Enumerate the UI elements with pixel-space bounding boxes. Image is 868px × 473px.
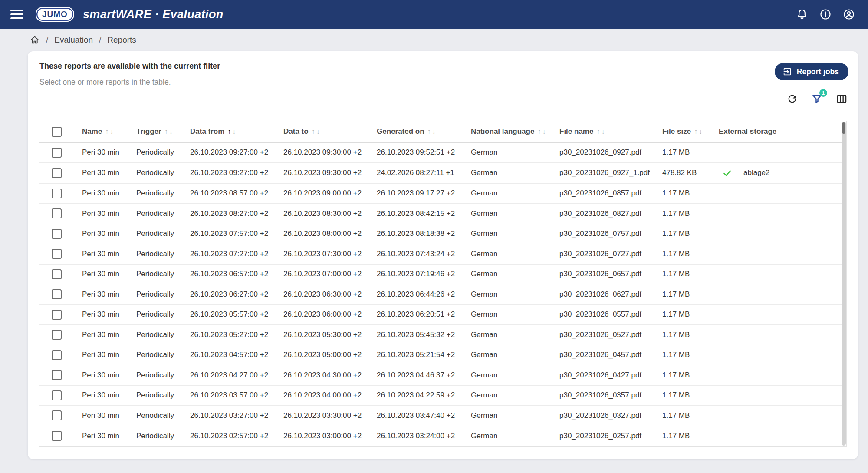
column-header-data_to[interactable]: Data to↑↓ xyxy=(283,121,377,142)
row-checkbox[interactable] xyxy=(52,410,62,420)
cell-name: Peri 30 min xyxy=(82,224,136,244)
row-checkbox[interactable] xyxy=(52,310,62,320)
cell-name: Peri 30 min xyxy=(82,304,136,325)
cell-file_size: 1.17 MB xyxy=(662,142,719,163)
cell-generated_on: 26.10.2023 04:22:59 +2 xyxy=(377,385,471,406)
table-row[interactable]: Peri 30 minPeriodically26.10.2023 07:57:… xyxy=(39,224,843,244)
card-subheading: Select one or more reports in the table. xyxy=(39,78,171,87)
row-checkbox[interactable] xyxy=(52,168,62,178)
cell-name: Peri 30 min xyxy=(82,264,136,284)
cell-external_storage xyxy=(719,244,843,265)
table-row[interactable]: Peri 30 minPeriodically26.10.2023 02:57:… xyxy=(39,426,843,446)
cell-data_to: 26.10.2023 09:00:00 +2 xyxy=(283,183,377,204)
cell-trigger: Periodically xyxy=(136,426,190,446)
column-label: Trigger xyxy=(136,127,161,136)
cell-file_name: p30_20231026_0357.pdf xyxy=(559,385,662,406)
filter-button[interactable]: 1 xyxy=(811,93,823,105)
report-jobs-button[interactable]: Report jobs xyxy=(775,63,848,80)
cell-data_from: 26.10.2023 08:57:00 +2 xyxy=(190,183,283,204)
breadcrumb-evaluation[interactable]: Evaluation xyxy=(54,35,93,45)
cell-trigger: Periodically xyxy=(136,244,190,265)
table-row[interactable]: Peri 30 minPeriodically26.10.2023 04:57:… xyxy=(39,345,843,365)
column-label: External storage xyxy=(719,127,776,136)
cell-language: German xyxy=(471,142,559,163)
cell-external_storage xyxy=(719,325,843,345)
column-header-trigger[interactable]: Trigger↑↓ xyxy=(136,121,190,142)
notifications-bell-icon[interactable] xyxy=(796,8,808,20)
cell-name: Peri 30 min xyxy=(82,142,136,163)
cell-data_from: 26.10.2023 02:57:00 +2 xyxy=(190,426,283,446)
sort-arrows-icon: ↑↓ xyxy=(312,128,321,135)
cell-external_storage xyxy=(719,224,843,244)
table-row[interactable]: Peri 30 minPeriodically26.10.2023 08:57:… xyxy=(39,183,843,204)
row-checkbox[interactable] xyxy=(52,330,62,340)
cell-data_from: 26.10.2023 04:27:00 +2 xyxy=(190,365,283,386)
cell-file_name: p30_20231026_0457.pdf xyxy=(559,345,662,365)
row-checkbox[interactable] xyxy=(52,189,62,198)
cell-language: German xyxy=(471,224,559,244)
cell-file_name: p30_20231026_0927_1.pdf xyxy=(559,163,662,184)
column-header-generated_on[interactable]: Generated on↑↓ xyxy=(377,121,471,142)
table-row[interactable]: Peri 30 minPeriodically26.10.2023 04:27:… xyxy=(39,365,843,386)
column-header-file_name[interactable]: File name↑↓ xyxy=(559,121,662,142)
cell-trigger: Periodically xyxy=(136,304,190,325)
column-header-external_storage: External storage xyxy=(719,121,843,142)
columns-button[interactable] xyxy=(836,93,848,105)
table-row[interactable]: Peri 30 minPeriodically26.10.2023 05:57:… xyxy=(39,304,843,325)
refresh-button[interactable] xyxy=(786,93,798,105)
table-row[interactable]: Peri 30 minPeriodically26.10.2023 03:27:… xyxy=(39,406,843,426)
app-title: smartWARE · Evaluation xyxy=(83,8,224,21)
cell-data_from: 26.10.2023 04:57:00 +2 xyxy=(190,345,283,365)
row-checkbox[interactable] xyxy=(52,350,62,360)
cell-name: Peri 30 min xyxy=(82,204,136,224)
table-row[interactable]: Peri 30 minPeriodically26.10.2023 07:27:… xyxy=(39,244,843,265)
table-row[interactable]: Peri 30 minPeriodically26.10.2023 08:27:… xyxy=(39,204,843,224)
table-scrollbar[interactable] xyxy=(842,122,846,446)
cell-data_from: 26.10.2023 05:57:00 +2 xyxy=(190,304,283,325)
cell-external_storage xyxy=(719,204,843,224)
row-checkbox[interactable] xyxy=(52,269,62,279)
row-checkbox[interactable] xyxy=(52,148,62,158)
reports-table: Name↑↓Trigger↑↓Data from↑↓Data to↑↓Gener… xyxy=(39,121,847,447)
table-row[interactable]: Peri 30 minPeriodically26.10.2023 09:27:… xyxy=(39,142,843,163)
cell-select xyxy=(39,224,82,244)
home-icon[interactable] xyxy=(30,35,40,45)
column-header-data_from[interactable]: Data from↑↓ xyxy=(190,121,283,142)
cell-generated_on: 26.10.2023 05:45:32 +2 xyxy=(377,325,471,345)
column-header-file_size[interactable]: File size↑↓ xyxy=(662,121,719,142)
account-icon[interactable] xyxy=(843,8,855,20)
table-header-row: Name↑↓Trigger↑↓Data from↑↓Data to↑↓Gener… xyxy=(39,121,843,142)
row-checkbox[interactable] xyxy=(52,249,62,259)
table-row[interactable]: Peri 30 minPeriodically26.10.2023 06:27:… xyxy=(39,284,843,305)
cell-file_name: p30_20231026_0327.pdf xyxy=(559,406,662,426)
cell-external_storage xyxy=(719,183,843,204)
report-jobs-label: Report jobs xyxy=(797,67,839,76)
cell-data_to: 26.10.2023 09:30:00 +2 xyxy=(283,142,377,163)
row-checkbox[interactable] xyxy=(52,229,62,239)
table-row[interactable]: Peri 30 minPeriodically26.10.2023 09:27:… xyxy=(39,163,843,184)
table-row[interactable]: Peri 30 minPeriodically26.10.2023 03:57:… xyxy=(39,385,843,406)
cell-generated_on: 26.10.2023 09:17:27 +2 xyxy=(377,183,471,204)
scrollbar-thumb[interactable] xyxy=(842,122,845,134)
table-row[interactable]: Peri 30 minPeriodically26.10.2023 05:27:… xyxy=(39,325,843,345)
row-checkbox[interactable] xyxy=(52,208,62,218)
cell-select xyxy=(39,204,82,224)
menu-icon[interactable] xyxy=(10,10,23,19)
cell-generated_on: 26.10.2023 05:21:54 +2 xyxy=(377,345,471,365)
select-all-checkbox[interactable] xyxy=(52,127,62,137)
cell-name: Peri 30 min xyxy=(82,385,136,406)
cell-trigger: Periodically xyxy=(136,183,190,204)
row-checkbox[interactable] xyxy=(52,390,62,400)
jumo-logo[interactable]: JUMO xyxy=(36,7,74,22)
cell-trigger: Periodically xyxy=(136,204,190,224)
column-header-name[interactable]: Name↑↓ xyxy=(82,121,136,142)
cell-data_from: 26.10.2023 08:27:00 +2 xyxy=(190,204,283,224)
info-icon[interactable] xyxy=(819,8,832,20)
cell-file_size: 1.17 MB xyxy=(662,406,719,426)
row-checkbox[interactable] xyxy=(52,370,62,380)
column-header-language[interactable]: National language↑↓ xyxy=(471,121,559,142)
cell-file_name: p30_20231026_0427.pdf xyxy=(559,365,662,386)
row-checkbox[interactable] xyxy=(52,289,62,299)
row-checkbox[interactable] xyxy=(52,431,62,441)
table-row[interactable]: Peri 30 minPeriodically26.10.2023 06:57:… xyxy=(39,264,843,284)
